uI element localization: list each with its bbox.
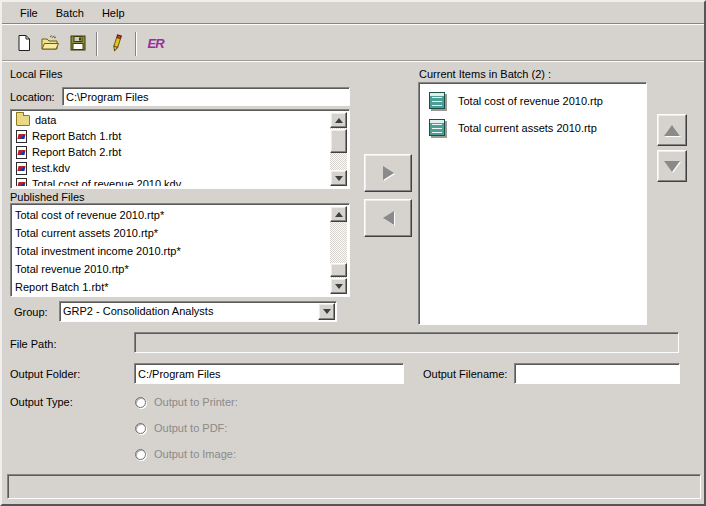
group-selected-value: GRP2 - Consolidation Analysts <box>63 305 316 317</box>
local-files-list-items: data Report Batch 1.rbt Report Batch 2.r… <box>13 112 330 186</box>
published-files-list-items: Total cost of revenue 2010.rtp* Total cu… <box>13 206 330 294</box>
report-table-icon <box>429 92 445 109</box>
status-bar <box>7 474 701 499</box>
move-to-batch-button[interactable] <box>364 154 412 192</box>
menu-batch[interactable]: Batch <box>47 4 93 22</box>
arrow-up-icon <box>335 212 343 217</box>
pencil-icon <box>108 34 126 54</box>
arrow-down-icon <box>664 161 680 172</box>
list-item[interactable]: Total cost of revenue 2010.rtp <box>421 87 644 114</box>
output-filename-input[interactable] <box>514 363 680 384</box>
file-name: Report Batch 1.rbt <box>32 130 121 142</box>
file-name: Report Batch 2.rbt <box>32 146 121 158</box>
move-item-down-button[interactable] <box>657 150 687 182</box>
output-folder-input[interactable] <box>134 363 404 384</box>
arrow-down-icon <box>335 284 343 289</box>
arrow-up-icon <box>664 125 680 136</box>
folder-icon <box>16 115 30 126</box>
local-files-scrollbar[interactable] <box>330 112 347 186</box>
file-name: Total cost of revenue 2010.kdv <box>32 178 181 186</box>
scroll-up-button[interactable] <box>330 206 347 222</box>
toolbar-separator <box>135 32 137 56</box>
new-document-button[interactable] <box>10 31 37 57</box>
group-dropdown[interactable]: GRP2 - Consolidation Analysts <box>59 301 337 322</box>
file-name: test.kdv <box>32 162 70 174</box>
remove-from-batch-button[interactable] <box>364 199 412 237</box>
dropdown-button[interactable] <box>318 303 335 320</box>
output-to-printer-radio[interactable]: Output to Printer: <box>135 396 238 408</box>
published-files-label: Published Files <box>10 191 85 203</box>
arrow-right-icon <box>383 166 394 180</box>
open-button[interactable] <box>37 31 64 57</box>
list-item[interactable]: Report Batch 1.rbt* <box>13 278 330 294</box>
batch-item-name: Total cost of revenue 2010.rtp <box>458 95 603 107</box>
report-file-icon <box>16 162 27 175</box>
move-item-up-button[interactable] <box>657 114 687 146</box>
status-text <box>8 475 12 487</box>
radio-icon <box>135 449 146 460</box>
list-item[interactable]: Total cost of revenue 2010.kdv <box>13 176 330 186</box>
radio-label: Output to PDF: <box>154 422 227 434</box>
menu-file[interactable]: File <box>11 4 47 22</box>
save-icon <box>69 34 87 54</box>
arrow-down-icon <box>335 176 343 181</box>
batch-items-label: Current Items in Batch (2) : <box>419 68 551 80</box>
report-file-icon <box>16 130 27 143</box>
report-table-icon <box>429 119 445 136</box>
scroll-down-button[interactable] <box>330 278 347 294</box>
location-input[interactable] <box>62 87 350 106</box>
menu-help[interactable]: Help <box>93 4 134 22</box>
file-path-input <box>134 332 679 353</box>
output-to-pdf-radio[interactable]: Output to PDF: <box>135 422 227 434</box>
radio-label: Output to Image: <box>154 448 236 460</box>
chevron-down-icon <box>323 309 331 314</box>
report-file-icon <box>16 146 27 159</box>
er-report-button[interactable]: ER <box>142 31 169 57</box>
list-item[interactable]: Total current assets 2010.rtp <box>421 114 644 141</box>
group-label: Group: <box>14 306 48 318</box>
batch-items: Total cost of revenue 2010.rtp Total cur… <box>421 87 644 141</box>
er-logo-icon: ER <box>147 36 163 51</box>
toolbar: ER <box>2 26 704 62</box>
save-button[interactable] <box>64 31 91 57</box>
local-files-label: Local Files <box>10 68 63 80</box>
report-file-icon <box>16 178 27 187</box>
output-to-image-radio[interactable]: Output to Image: <box>135 448 236 460</box>
output-folder-label: Output Folder: <box>10 368 80 380</box>
local-files-list[interactable]: data Report Batch 1.rbt Report Batch 2.r… <box>10 109 350 189</box>
radio-icon <box>135 423 146 434</box>
batch-publisher-window: File Batch Help ER <box>0 0 706 506</box>
list-item[interactable]: Report Batch 2.rbt <box>13 144 330 160</box>
scroll-down-button[interactable] <box>330 170 347 186</box>
output-type-label: Output Type: <box>10 396 73 408</box>
file-name: data <box>35 114 56 126</box>
list-item[interactable]: data <box>13 112 330 128</box>
list-item[interactable]: Total revenue 2010.rtp* <box>13 260 330 278</box>
arrow-left-icon <box>383 211 394 225</box>
scrollbar-thumb[interactable] <box>330 263 347 277</box>
scroll-up-button[interactable] <box>330 112 347 128</box>
batch-item-name: Total current assets 2010.rtp <box>458 122 597 134</box>
published-files-scrollbar[interactable] <box>330 206 347 294</box>
list-item[interactable]: test.kdv <box>13 160 330 176</box>
toolbar-separator <box>96 32 98 56</box>
output-filename-label: Output Filename: <box>423 368 507 380</box>
menu-bar: File Batch Help <box>2 2 704 25</box>
location-label: Location: <box>10 91 55 103</box>
new-document-icon <box>15 34 33 54</box>
arrow-up-icon <box>335 118 343 123</box>
edit-button[interactable] <box>103 31 130 57</box>
open-folder-icon <box>40 34 61 54</box>
list-item[interactable]: Total cost of revenue 2010.rtp* <box>13 206 330 224</box>
published-files-list[interactable]: Total cost of revenue 2010.rtp* Total cu… <box>10 203 350 297</box>
radio-label: Output to Printer: <box>154 396 238 408</box>
list-item[interactable]: Total investment income 2010.rtp* <box>13 242 330 260</box>
radio-icon <box>135 397 146 408</box>
file-path-label: File Path: <box>10 338 56 350</box>
list-item[interactable]: Report Batch 1.rbt <box>13 128 330 144</box>
list-item[interactable]: Total current assets 2010.rtp* <box>13 224 330 242</box>
scrollbar-thumb[interactable] <box>330 129 347 153</box>
batch-items-list[interactable]: Total cost of revenue 2010.rtp Total cur… <box>418 82 647 325</box>
